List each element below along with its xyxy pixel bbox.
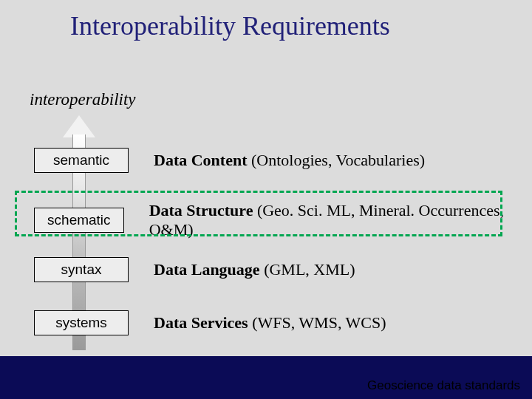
level-box: systems bbox=[34, 310, 129, 335]
desc-bold: Data Language bbox=[154, 260, 260, 279]
level-row-syntax: syntax Data Language (GML, XML) bbox=[34, 257, 355, 282]
footer-text: Geoscience data standards bbox=[367, 378, 520, 393]
level-box: schematic bbox=[34, 208, 124, 233]
desc-bold: Data Services bbox=[154, 313, 248, 332]
slide-title: Interoperability Requirements bbox=[70, 10, 390, 41]
level-description: Data Services (WFS, WMS, WCS) bbox=[154, 313, 386, 332]
axis-label: interoperability bbox=[30, 90, 136, 109]
level-row-systems: systems Data Services (WFS, WMS, WCS) bbox=[34, 310, 386, 335]
level-description: Data Language (GML, XML) bbox=[154, 260, 355, 279]
level-box: semantic bbox=[34, 148, 129, 173]
level-box: syntax bbox=[34, 257, 129, 282]
desc-rest: (WFS, WMS, WCS) bbox=[248, 313, 386, 332]
desc-rest: (Ontologies, Vocabularies) bbox=[248, 151, 426, 169]
desc-bold: Data Content bbox=[154, 151, 248, 169]
desc-rest: (GML, XML) bbox=[260, 260, 355, 279]
level-row-semantic: semantic Data Content (Ontologies, Vocab… bbox=[34, 148, 425, 173]
level-description: Data Content (Ontologies, Vocabularies) bbox=[154, 151, 425, 170]
slide: Interoperability Requirements interopera… bbox=[0, 0, 532, 399]
